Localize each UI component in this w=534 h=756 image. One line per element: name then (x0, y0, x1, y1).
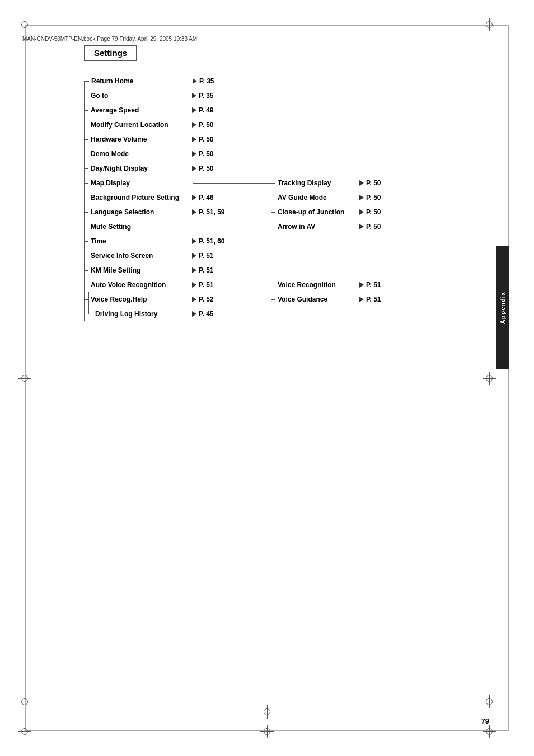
page-ref: P. 52 (199, 295, 213, 303)
list-item: Voice Recognition P. 51 (271, 278, 381, 292)
page-ref: P. 51, 59 (199, 208, 225, 216)
item-label: Time (88, 237, 192, 245)
list-item: Voice Guidance P. 51 (271, 292, 381, 307)
arrow-icon (192, 107, 196, 113)
item-label: Language Selection (88, 208, 192, 216)
list-item: Voice Recog.Help P. 52 (84, 292, 213, 307)
item-label: Go to (88, 92, 192, 100)
list-item: Driving Log History P. 45 (84, 307, 213, 321)
arrow-icon (192, 253, 196, 259)
crosshair-top-right (483, 18, 496, 31)
arrow-icon (359, 180, 364, 186)
connector-auto-voice (193, 285, 271, 285)
arrow-icon (192, 267, 196, 273)
arrow-icon (359, 209, 364, 215)
arrow-icon (192, 297, 196, 302)
main-content: Settings Return Home P. 35 Go to P. 35 (84, 45, 487, 331)
arrow-icon (192, 209, 196, 215)
item-label: Average Speed (88, 106, 192, 114)
arrow-icon (192, 122, 196, 128)
item-label: Background Picture Setting (88, 194, 192, 201)
page-ref: P. 50 (199, 165, 213, 172)
item-label: Driving Log History (93, 310, 192, 318)
header-text: MAN-CNDV-50MTP-EN.book Page 79 Friday, A… (22, 36, 197, 42)
arrow-icon (359, 224, 364, 229)
crosshair-mid-left (18, 372, 31, 385)
page-ref: P. 51 (366, 281, 381, 289)
page-ref: P. 49 (199, 106, 213, 114)
page-ref: P. 50 (199, 121, 213, 129)
arrow-icon (192, 166, 196, 171)
arrow-icon (359, 282, 364, 288)
list-item: Modify Current Location P. 50 (84, 118, 213, 132)
page-ref: P. 50 (366, 194, 381, 201)
page-ref: P. 51, 60 (199, 237, 225, 245)
item-label: Return Home (89, 77, 193, 85)
crosshair-top-left (18, 18, 31, 31)
page-ref: P. 50 (366, 208, 381, 216)
crosshair-bottom-left-inner (18, 695, 31, 708)
crosshair-bottom-center (260, 725, 274, 738)
item-label: Demo Mode (88, 150, 192, 158)
list-item: Go to P. 35 (84, 88, 213, 103)
settings-title: Settings (84, 45, 137, 61)
page-number: 79 (481, 717, 489, 725)
arrow-icon (192, 195, 196, 200)
item-label: Arrow in AV (275, 223, 359, 231)
page-ref: P. 45 (199, 310, 213, 318)
crosshair-mid-right (483, 372, 496, 385)
item-label: Auto Voice Recognition (88, 281, 192, 289)
header-line: MAN-CNDV-50MTP-EN.book Page 79 Friday, A… (22, 34, 512, 44)
page-ref: P. 35 (199, 92, 213, 100)
item-label: Voice Recog.Help (88, 295, 192, 303)
page-ref: P. 50 (366, 223, 381, 231)
arrow-icon (192, 151, 196, 157)
connector-map-display (193, 183, 271, 184)
item-label: Mute Setting (88, 223, 192, 231)
list-item: Close-up of Junction P. 50 (271, 205, 381, 219)
page-ref: P. 51 (199, 252, 213, 260)
page-ref: P. 50 (366, 179, 381, 187)
crosshair-bottom-right-inner (483, 695, 496, 708)
list-item: Background Picture Setting P. 46 (84, 190, 213, 205)
item-label: Close-up of Junction (275, 208, 359, 216)
list-item: Average Speed P. 49 (84, 103, 213, 118)
arrow-icon (192, 137, 196, 142)
list-item: Arrow in AV P. 50 (271, 219, 381, 234)
item-label: Voice Guidance (275, 295, 359, 303)
crosshair-bottom-right (483, 725, 496, 738)
page-ref: P. 51 (366, 295, 381, 303)
item-label: Map Display (88, 179, 192, 187)
list-item: KM Mile Setting P. 51 (84, 263, 213, 278)
sub-tree-line-driving (88, 292, 89, 314)
crosshair-bottom-left (18, 725, 31, 738)
page-ref: P. 35 (199, 77, 214, 85)
arrow-icon (193, 78, 197, 84)
appendix-bar: Appendix (496, 246, 509, 369)
diagram: Return Home P. 35 Go to P. 35 Average Sp… (84, 74, 476, 331)
item-label: Tracking Display (275, 179, 359, 187)
arrow-icon (192, 311, 196, 317)
arrow-icon (192, 238, 196, 244)
page-ref: P. 46 (199, 194, 213, 201)
diagram-wrapper: Return Home P. 35 Go to P. 35 Average Sp… (84, 74, 487, 331)
item-label: Voice Recognition (275, 281, 359, 289)
item-label: Hardware Volume (88, 135, 192, 143)
arrow-icon (192, 93, 196, 98)
crosshair-mid-bottom (260, 705, 274, 719)
arrow-icon (359, 195, 364, 200)
list-item: Tracking Display P. 50 (271, 176, 381, 190)
item-label: AV Guide Mode (275, 194, 359, 201)
page-ref: P. 50 (199, 135, 213, 143)
list-item: Hardware Volume P. 50 (84, 132, 213, 147)
list-item: Map Display (84, 176, 192, 190)
appendix-label: Appendix (499, 287, 506, 328)
item-label: Day/Night Display (88, 165, 192, 172)
arrow-icon (359, 297, 364, 302)
item-label: Modify Current Location (88, 121, 192, 129)
page-border-right (508, 25, 509, 731)
item-label: Service Info Screen (88, 252, 192, 260)
list-item: AV Guide Mode P. 50 (271, 190, 381, 205)
list-item: Mute Setting (84, 219, 192, 234)
list-item: Service Info Screen P. 51 (84, 248, 213, 263)
